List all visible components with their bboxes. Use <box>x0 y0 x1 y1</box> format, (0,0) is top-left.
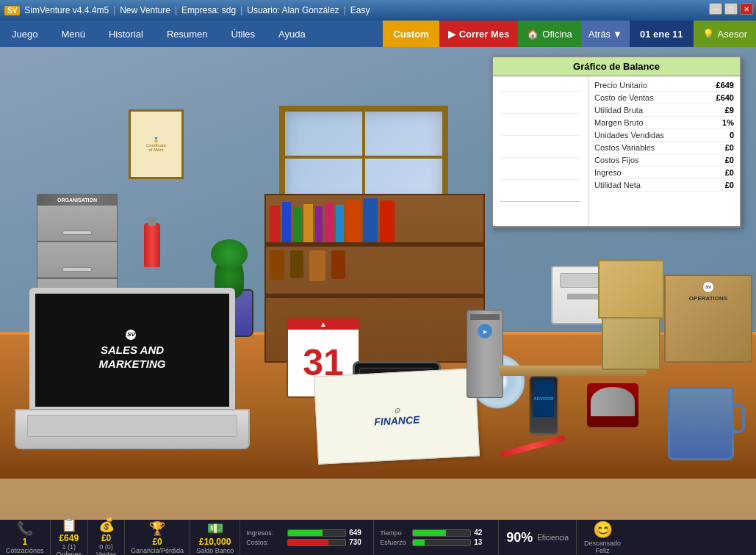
ingresos-row: Ingresos: 649 <box>246 529 367 537</box>
progress-bars: Ingresos: 649 Costos: 730 <box>246 529 367 546</box>
close-button[interactable]: ✕ <box>740 3 753 15</box>
ventas-sub: 0 (0) <box>99 543 113 551</box>
status-ventas: 💰 £0 0 (0) Ventas <box>88 520 125 555</box>
main-scene: 🏅 Certificateof Merit ORGANISATION <box>0 47 756 523</box>
usuario: Usuario: Alan González <box>247 5 339 15</box>
calendar-top: ▲ <box>288 319 359 330</box>
fire-extinguisher <box>144 223 160 267</box>
certificate: 🏅 Certificateof Merit <box>129 109 184 179</box>
menu-menu[interactable]: Menú <box>49 21 97 47</box>
cotizaciones-value: 1 <box>22 537 27 547</box>
status-saldo: 💵 £10,000 Saldo Banco <box>190 520 240 555</box>
esfuerzo-track <box>412 539 471 546</box>
menu-oficina[interactable]: 🏠 Oficina <box>518 21 580 47</box>
menu-date: 01 ene 11 <box>630 21 694 47</box>
ventas-icon: 💰 <box>98 517 115 533</box>
stat-costo-ventas: Costo de Ventas £640 <box>594 92 734 104</box>
stat-costos-var: Costos Variables £0 <box>594 142 734 154</box>
ingresos-label: Ingresos: <box>246 529 284 537</box>
ganancia-value: £0 <box>152 537 162 547</box>
stat-costos-fijos: Costos Fijos £0 <box>594 154 734 167</box>
laptop-keyboard <box>15 409 250 449</box>
maximize-button[interactable]: □ <box>724 3 738 15</box>
ventas-label: Ventas <box>96 551 117 555</box>
costos-row: Costos: 730 <box>246 538 367 546</box>
status-mood: 😊 DescansadoFeliz <box>577 520 628 555</box>
status-tiempo: Tiempo 42 Esfuerzo 13 <box>374 520 499 555</box>
laptop[interactable]: SV SALES ANDMARKETING <box>15 288 250 449</box>
menubar: Juego Menú Historial Resumen Útiles Ayud… <box>0 21 756 47</box>
minimize-button[interactable]: ─ <box>709 3 722 15</box>
efficiency-label: Eficiencia <box>537 534 569 542</box>
status-ordenes: 📋 £649 1 (1) Órdenes <box>51 520 89 555</box>
tiempo-row: Tiempo 42 <box>380 529 492 537</box>
titlebar: SV SimVenture v4.4.4m5 | New Venture | E… <box>0 0 756 21</box>
saldo-icon: 💵 <box>207 520 223 537</box>
svg-rect-5 <box>500 91 581 92</box>
asesor-icon: 💡 <box>702 29 714 40</box>
org-label: ORGANISATION <box>57 197 97 203</box>
menu-correr-mes[interactable]: ▶ Correr Mes <box>439 21 519 47</box>
tiempo-fill <box>413 530 446 536</box>
cabinet-drawer-2 <box>37 242 117 279</box>
svg-rect-0 <box>500 201 581 202</box>
svg-rect-3 <box>500 135 581 136</box>
menu-juego[interactable]: Juego <box>0 21 49 47</box>
ganancia-label: Ganancia/Pérdida <box>131 547 184 554</box>
difficulty: Easy <box>350 5 370 15</box>
venture-name: New Venture <box>120 5 170 15</box>
stat-precio: Precio Unitario £649 <box>594 79 734 92</box>
menu-atras[interactable]: Atrás ▼ <box>581 21 630 47</box>
saldo-value: £10,000 <box>199 537 231 547</box>
balance-panel: Gráfico de Balance Precio Unitario £649 <box>492 56 741 228</box>
cotizaciones-label: Cotizaciones <box>6 547 44 554</box>
menu-utiles[interactable]: Útiles <box>220 21 267 47</box>
cabinet-drawer-1 <box>37 206 117 242</box>
ordenes-label: Órdenes <box>57 551 82 555</box>
status-ganancia: 🏆 £0 Ganancia/Pérdida <box>125 520 190 555</box>
shelf-row-2 <box>266 247 483 298</box>
laptop-label: SALES ANDMARKETING <box>99 343 166 371</box>
ordenes-icon: 📋 <box>61 517 77 533</box>
svg-rect-1 <box>500 179 581 180</box>
ingresos-fill <box>288 530 323 536</box>
esfuerzo-value: 13 <box>474 538 492 546</box>
menu-custom[interactable]: Custom <box>383 21 439 47</box>
saldo-label: Saldo Banco <box>196 547 234 554</box>
finance-label: FINANCE <box>374 413 420 427</box>
operations-label: OPERATIONS <box>672 295 745 302</box>
empresa: Empresa: sdg <box>181 5 236 15</box>
tape-dispenser <box>587 383 638 427</box>
ingresos-track <box>287 529 346 537</box>
status-cotizaciones: 📞 1 Cotizaciones <box>0 520 51 555</box>
stat-utilidad-bruta: Utilidad Bruta £9 <box>594 104 734 117</box>
menu-resumen[interactable]: Resumen <box>155 21 220 47</box>
balance-panel-title: Gráfico de Balance <box>493 57 740 76</box>
svg-rect-2 <box>500 157 581 158</box>
ordenes-value: £649 <box>59 533 79 543</box>
oficina-icon: 🏠 <box>527 29 539 40</box>
costos-fill <box>288 540 328 545</box>
correr-icon: ▶ <box>448 29 456 40</box>
ingresos-value: 649 <box>349 529 367 537</box>
mood-icon: 😊 <box>593 520 613 540</box>
status-efficiency: 90% Eficiencia <box>499 520 577 555</box>
balance-chart <box>493 76 588 226</box>
menu-asesor[interactable]: 💡 Asesor <box>694 21 756 47</box>
svg-rect-4 <box>500 113 581 114</box>
statusbar: 📞 1 Cotizaciones 📋 £649 1 (1) Órdenes 💰 … <box>0 520 756 555</box>
coffee-mug <box>668 387 734 460</box>
finance-paper: ⊙ FINANCE <box>314 368 480 464</box>
tiempo-value: 42 <box>474 529 492 537</box>
stat-margen: Margen Bruto 1% <box>594 117 734 129</box>
tiempo-track <box>412 529 471 537</box>
mood-text: DescansadoFeliz <box>584 540 621 554</box>
box-small <box>602 311 660 370</box>
menu-ayuda[interactable]: Ayuda <box>267 21 317 47</box>
tiempo-label: Tiempo <box>380 529 409 537</box>
esfuerzo-label: Esfuerzo <box>380 539 409 546</box>
stat-unidades: Unidades Vendidas 0 <box>594 129 734 142</box>
menu-historial[interactable]: Historial <box>97 21 155 47</box>
ordenes-sub: 1 (1) <box>62 543 76 551</box>
status-progress: Ingresos: 649 Costos: 730 <box>240 520 374 555</box>
